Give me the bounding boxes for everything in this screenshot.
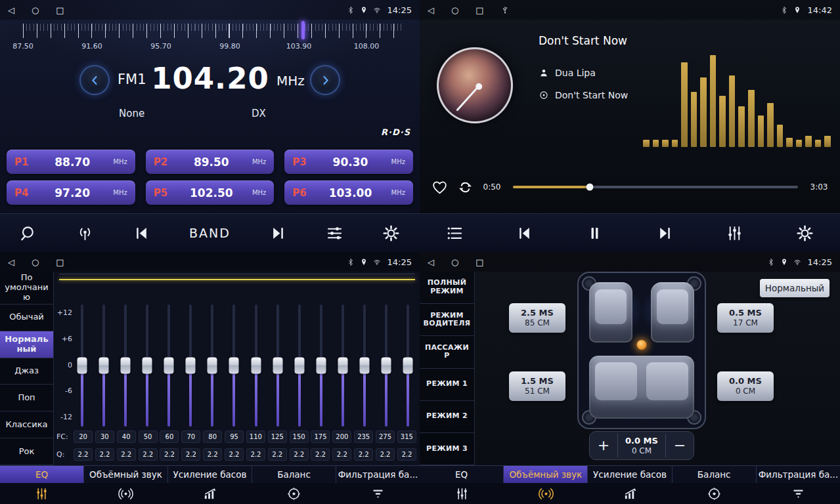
- eq-preset-4[interactable]: Поп: [0, 385, 53, 411]
- preset-p6[interactable]: P6 103.00 MHz: [284, 180, 413, 205]
- q-value-1[interactable]: 2.2: [95, 448, 114, 461]
- previous-track-button[interactable]: [516, 224, 533, 242]
- scan-button[interactable]: [20, 224, 37, 242]
- home-button[interactable]: ○: [32, 6, 39, 14]
- listening-mode-5[interactable]: РЕЖИМ 3: [420, 433, 474, 465]
- bass-boost-tab-icon[interactable]: [588, 483, 672, 504]
- field-tab-balance[interactable]: Баланс: [673, 466, 757, 483]
- filter-tab-icon[interactable]: [756, 483, 840, 504]
- settings-button[interactable]: [796, 224, 814, 242]
- balance-tab-icon[interactable]: [252, 483, 336, 504]
- fc-value-3[interactable]: 50: [139, 430, 158, 443]
- progress-knob[interactable]: [586, 184, 594, 191]
- eq-band-slider-12[interactable]: [337, 304, 349, 427]
- fc-value-0[interactable]: 20: [74, 430, 93, 443]
- pause-button[interactable]: [586, 224, 604, 242]
- equalizer-button[interactable]: [726, 224, 743, 242]
- delay-rear-right[interactable]: 0.0 MS 0 CM: [717, 371, 774, 401]
- fc-value-5[interactable]: 70: [181, 430, 200, 443]
- eq-band-slider-15[interactable]: [402, 304, 414, 427]
- eq-preset-2[interactable]: Нормальный: [0, 331, 53, 358]
- q-value-6[interactable]: 2.2: [203, 448, 222, 461]
- eq-band-slider-5[interactable]: [185, 304, 196, 427]
- surround-tab-icon[interactable]: [504, 483, 588, 504]
- preset-p4[interactable]: P4 97.20 MHz: [7, 180, 135, 205]
- fc-value-12[interactable]: 200: [332, 430, 351, 443]
- tab-eq[interactable]: EQ: [0, 466, 84, 483]
- listening-mode-2[interactable]: ПАССАЖИР: [420, 336, 474, 368]
- eq-band-slider-4[interactable]: [163, 304, 175, 427]
- next-station-button[interactable]: [269, 224, 287, 242]
- balance-tab-icon[interactable]: [672, 483, 756, 504]
- next-track-button[interactable]: [656, 224, 674, 242]
- tab-bass-boost[interactable]: Усиление басов: [168, 466, 252, 483]
- fc-value-7[interactable]: 95: [225, 430, 244, 443]
- band-button[interactable]: BAND: [189, 226, 231, 240]
- fc-value-4[interactable]: 60: [160, 430, 179, 443]
- eq-band-slider-14[interactable]: [380, 304, 392, 427]
- q-value-8[interactable]: 2.2: [246, 448, 265, 461]
- playlist-button[interactable]: [446, 224, 464, 242]
- eq-tab-icon[interactable]: [420, 483, 504, 504]
- listening-position-dot[interactable]: [637, 340, 647, 350]
- broadcast-button[interactable]: [76, 224, 94, 242]
- home-button[interactable]: ○: [451, 258, 458, 266]
- q-value-10[interactable]: 2.2: [290, 448, 309, 461]
- preset-p3[interactable]: P3 90.30 MHz: [284, 150, 413, 174]
- seek-up-button[interactable]: [310, 65, 340, 95]
- back-button[interactable]: ◁: [8, 258, 14, 266]
- eq-band-slider-2[interactable]: [120, 304, 131, 427]
- eq-tab-icon[interactable]: [0, 483, 84, 504]
- fc-value-14[interactable]: 275: [376, 430, 395, 443]
- home-button[interactable]: ○: [32, 258, 39, 266]
- back-button[interactable]: ◁: [428, 6, 434, 14]
- eq-preset-3[interactable]: Джаз: [0, 358, 53, 385]
- surround-tab-icon[interactable]: [84, 483, 168, 504]
- eq-band-slider-1[interactable]: [98, 304, 110, 427]
- fc-value-9[interactable]: 125: [268, 430, 287, 443]
- q-value-4[interactable]: 2.2: [160, 448, 179, 461]
- equalizer-button[interactable]: [326, 224, 343, 242]
- fc-value-15[interactable]: 315: [397, 430, 416, 443]
- delay-front-left[interactable]: 2.5 MS 85 CM: [509, 303, 565, 333]
- q-value-5[interactable]: 2.2: [181, 448, 200, 461]
- listening-mode-0[interactable]: ПОЛНЫЙ РЕЖИМ: [420, 272, 474, 304]
- q-value-12[interactable]: 2.2: [332, 448, 351, 461]
- q-value-0[interactable]: 2.2: [74, 448, 93, 461]
- recents-button[interactable]: □: [56, 6, 64, 14]
- rear-bench-seat[interactable]: [589, 356, 694, 419]
- eq-preset-6[interactable]: Рок: [0, 438, 53, 465]
- eq-preset-1[interactable]: Обычай: [0, 304, 53, 331]
- passenger-seat[interactable]: [651, 282, 694, 343]
- listening-mode-4[interactable]: РЕЖИМ 2: [420, 401, 474, 433]
- fc-value-11[interactable]: 175: [311, 430, 330, 443]
- delay-front-right[interactable]: 0.5 MS 17 CM: [717, 303, 774, 333]
- filter-tab-icon[interactable]: [336, 483, 420, 504]
- field-tab-surround[interactable]: Объёмный звук: [504, 466, 588, 483]
- driver-seat[interactable]: [589, 282, 632, 343]
- eq-preset-0[interactable]: По умолчанию: [0, 272, 53, 304]
- fc-value-2[interactable]: 40: [117, 430, 136, 443]
- recents-button[interactable]: □: [475, 258, 483, 266]
- settings-button[interactable]: [382, 224, 400, 242]
- eq-band-slider-7[interactable]: [228, 304, 240, 427]
- q-value-14[interactable]: 2.2: [376, 448, 395, 461]
- back-button[interactable]: ◁: [8, 6, 14, 14]
- q-value-11[interactable]: 2.2: [311, 448, 330, 461]
- seek-down-button[interactable]: [79, 65, 110, 95]
- field-tab-filter[interactable]: Фильтрация ба...: [757, 466, 840, 483]
- fc-value-6[interactable]: 80: [203, 430, 222, 443]
- recents-button[interactable]: □: [56, 258, 64, 266]
- eq-band-slider-3[interactable]: [141, 304, 153, 427]
- preset-p5[interactable]: P5 102.50 MHz: [146, 180, 275, 205]
- eq-band-slider-9[interactable]: [272, 304, 284, 427]
- q-value-9[interactable]: 2.2: [268, 448, 287, 461]
- favorite-button[interactable]: [431, 179, 448, 196]
- eq-preset-5[interactable]: Классика: [0, 411, 53, 438]
- eq-band-slider-8[interactable]: [250, 304, 262, 427]
- tab-filter[interactable]: Фильтрация ба...: [336, 466, 420, 483]
- progress-bar[interactable]: [513, 186, 798, 188]
- field-tab-bass-boost[interactable]: Усиление басов: [588, 466, 672, 483]
- repeat-button[interactable]: [457, 179, 474, 196]
- fc-value-13[interactable]: 235: [354, 430, 373, 443]
